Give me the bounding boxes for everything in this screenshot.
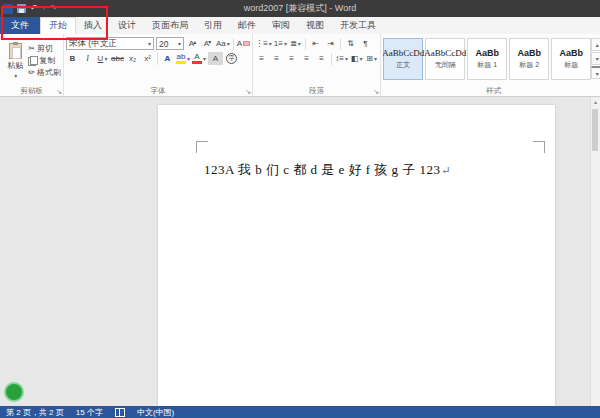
window-title: word2007 [兼容模式] - Word — [0, 0, 600, 17]
language-indicator[interactable]: 中文(中国) — [137, 407, 174, 418]
style-tile-heading2[interactable]: AaBb 标题 2 — [509, 38, 549, 80]
undo-dropdown-icon[interactable]: ▾ — [43, 0, 46, 17]
tab-design[interactable]: 设计 — [110, 17, 144, 34]
font-dialog-launcher[interactable]: ↘ — [245, 88, 251, 96]
page-indicator[interactable]: 第 2 页，共 2 页 — [6, 407, 64, 418]
style-tile-no-spacing[interactable]: AaBbCcDd 无间隔 — [425, 38, 465, 80]
show-hide-marks-button[interactable]: ¶ — [359, 37, 372, 50]
font-row-1: 宋体 (中文正 ▾ 20 ▾ A ▴ A ▾ Aa ▾ — [66, 36, 250, 51]
style-name: 正文 — [396, 60, 410, 70]
gallery-down-icon[interactable]: ▾ — [591, 52, 600, 65]
numbering-icon: 1≡ — [274, 39, 283, 48]
tab-references[interactable]: 引用 — [196, 17, 230, 34]
undo-button[interactable]: ↶ — [30, 0, 38, 17]
divider — [331, 53, 332, 65]
borders-button[interactable]: ⊞ ▾ — [365, 52, 378, 65]
gallery-up-icon[interactable]: ▴ — [591, 38, 600, 51]
italic-button[interactable]: I — [81, 52, 94, 65]
copy-icon — [28, 56, 37, 66]
highlight-color-button[interactable]: ab ▾ — [176, 52, 190, 65]
bullets-button[interactable]: ⋮≡ ▾ — [255, 37, 272, 50]
line-spacing-button[interactable]: ↕≡ ▾ — [335, 52, 348, 65]
style-gallery-arrows: ▴ ▾ ▾ — [591, 36, 600, 85]
vertical-scrollbar[interactable]: ▴ — [590, 97, 600, 406]
font-group: 宋体 (中文正 ▾ 20 ▾ A ▴ A ▾ Aa ▾ — [64, 34, 253, 96]
shading-button[interactable]: ◧ ▾ — [350, 52, 363, 65]
highlight-color-bar — [176, 61, 186, 64]
tab-mailings[interactable]: 邮件 — [230, 17, 264, 34]
grow-font-button[interactable]: A ▴ — [186, 37, 199, 50]
multilevel-list-button[interactable]: ≣ ▾ — [289, 37, 302, 50]
word-app-icon[interactable] — [3, 4, 13, 14]
multilevel-list-icon: ≣ — [290, 39, 297, 48]
subscript-button[interactable]: x₂ — [126, 52, 139, 65]
style-name: 标题 1 — [477, 60, 497, 70]
justify-button[interactable]: ≡ — [300, 52, 313, 65]
line-spacing-icon: ↕≡ — [335, 54, 344, 63]
document-text-run: 123A 我 b 们 c 都 d 是 e 好 f 孩 g 子 123 — [204, 162, 441, 177]
increase-indent-button[interactable]: ⇥ — [324, 37, 337, 50]
paste-dropdown-icon[interactable]: ▾ — [14, 72, 17, 79]
borders-dropdown-icon: ▾ — [374, 55, 377, 62]
style-preview: AaBbCcDd — [424, 48, 466, 58]
style-tile-heading1[interactable]: AaBb 标题 1 — [467, 38, 507, 80]
font-size-dropdown-icon: ▾ — [178, 40, 181, 47]
text-effects-button[interactable]: A — [161, 52, 174, 65]
tab-developer[interactable]: 开发工具 — [332, 17, 384, 34]
superscript-button[interactable]: x² — [141, 52, 154, 65]
shading-dropdown-icon: ▾ — [359, 55, 362, 62]
change-case-button[interactable]: Aa ▾ — [216, 37, 230, 50]
scrollbar-thumb[interactable] — [592, 109, 598, 151]
status-bar: 第 2 页，共 2 页 15 个字 中文(中国) — [0, 406, 600, 418]
align-center-button[interactable]: ≡ — [270, 52, 283, 65]
copy-button[interactable]: 复制 — [28, 55, 61, 66]
paragraph-dialog-launcher[interactable]: ↘ — [373, 88, 379, 96]
save-icon[interactable] — [17, 4, 26, 13]
clear-formatting-button[interactable]: A — [237, 37, 250, 50]
decrease-indent-button[interactable]: ⇤ — [309, 37, 322, 50]
word-count[interactable]: 15 个字 — [76, 407, 103, 418]
document-area[interactable]: 123A 我 b 们 c 都 d 是 e 好 f 孩 g 子 123↵ ▴ — [0, 97, 600, 406]
enclose-characters-icon: 字 — [226, 53, 237, 64]
sort-button[interactable]: ⇅ — [344, 37, 357, 50]
document-page[interactable]: 123A 我 b 们 c 都 d 是 e 好 f 孩 g 子 123↵ — [158, 105, 555, 406]
green-marker-badge — [4, 382, 24, 402]
tab-file[interactable]: 文件 — [0, 17, 40, 34]
shrink-font-button[interactable]: A ▾ — [201, 37, 214, 50]
bold-button[interactable]: B — [66, 52, 79, 65]
paste-button[interactable]: 粘贴 ▾ — [2, 36, 28, 85]
redo-button[interactable]: ↷ — [50, 0, 58, 17]
clipboard-dialog-launcher[interactable]: ↘ — [56, 88, 62, 96]
font-color-button[interactable]: A ▾ — [192, 52, 206, 65]
align-left-button[interactable]: ≡ — [255, 52, 268, 65]
character-shading-button[interactable]: A — [208, 52, 223, 65]
format-painter-button[interactable]: ✏ 格式刷 — [28, 67, 61, 78]
scroll-up-icon[interactable]: ▴ — [591, 97, 600, 107]
cut-button[interactable]: ✂ 剪切 — [28, 43, 61, 54]
tab-view[interactable]: 视图 — [298, 17, 332, 34]
ribbon-tab-row: 文件 开始 插入 设计 页面布局 引用 邮件 审阅 视图 开发工具 — [0, 17, 600, 34]
highlight-icon: ab — [176, 53, 186, 64]
shading-icon: ◧ — [351, 54, 359, 63]
numbering-button[interactable]: 1≡ ▾ — [274, 37, 287, 50]
tab-review[interactable]: 审阅 — [264, 17, 298, 34]
tab-home[interactable]: 开始 — [40, 17, 76, 34]
quick-access-toolbar: ↶ ▾ ↷ — [3, 0, 57, 17]
document-text[interactable]: 123A 我 b 们 c 都 d 是 e 好 f 孩 g 子 123↵ — [204, 161, 451, 179]
style-tile-normal[interactable]: AaBbCcDd 正文 — [383, 38, 423, 80]
font-size-combo[interactable]: 20 ▾ — [156, 37, 184, 50]
enclose-characters-button[interactable]: 字 — [225, 52, 238, 65]
proofing-icon[interactable] — [115, 408, 125, 417]
tab-page-layout[interactable]: 页面布局 — [144, 17, 196, 34]
align-right-button[interactable]: ≡ — [285, 52, 298, 65]
underline-button[interactable]: U ▾ — [96, 52, 109, 65]
distribute-button[interactable]: ≡ — [315, 52, 328, 65]
strikethrough-button[interactable]: abc — [111, 52, 124, 65]
style-tile-title[interactable]: AaBb 标题 — [551, 38, 591, 80]
font-name-combo[interactable]: 宋体 (中文正 ▾ — [66, 37, 154, 50]
font-color-dropdown-icon: ▾ — [203, 55, 206, 62]
gallery-more-icon[interactable]: ▾ — [591, 66, 600, 79]
underline-dropdown-icon: ▾ — [104, 55, 107, 62]
style-name: 无间隔 — [435, 60, 456, 70]
tab-insert[interactable]: 插入 — [76, 17, 110, 34]
